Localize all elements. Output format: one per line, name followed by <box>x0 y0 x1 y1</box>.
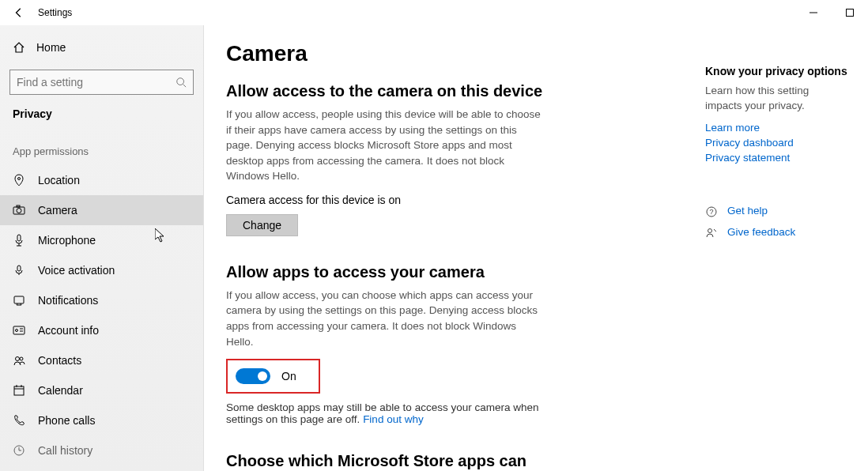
camera-access-toggle-highlight: On <box>226 359 320 394</box>
window-title: Settings <box>38 7 72 18</box>
sidebar-item-notifications[interactable]: Notifications <box>0 285 203 315</box>
get-help-link[interactable]: Get help <box>727 205 768 217</box>
titlebar: Settings <box>0 0 868 25</box>
right-column: Know your privacy options Learn how this… <box>705 65 847 241</box>
svg-point-6 <box>17 209 21 213</box>
home-icon <box>13 41 25 54</box>
search-icon <box>175 77 187 88</box>
history-icon <box>13 444 25 457</box>
sidebar-item-phone-calls[interactable]: Phone calls <box>0 405 203 435</box>
sidebar-item-label: Account info <box>38 324 99 337</box>
section1-desc: If you allow access, people using this d… <box>226 107 542 184</box>
sidebar-item-microphone[interactable]: Microphone <box>0 225 203 255</box>
sidebar-item-label: Contacts <box>38 354 81 367</box>
svg-point-4 <box>18 178 21 180</box>
help-icon: ? <box>705 205 718 218</box>
right-desc: Learn how this setting impacts your priv… <box>705 84 847 114</box>
give-feedback-link[interactable]: Give feedback <box>727 226 795 238</box>
svg-rect-8 <box>17 235 21 241</box>
svg-point-24 <box>708 229 712 233</box>
svg-rect-10 <box>14 296 24 303</box>
arrow-left-icon <box>13 7 25 18</box>
section2-desc: If you allow access, you can choose whic… <box>226 288 542 349</box>
camera-access-toggle[interactable] <box>236 368 270 384</box>
sidebar-item-label: Notifications <box>38 294 98 307</box>
privacy-statement-link[interactable]: Privacy statement <box>705 152 847 164</box>
svg-rect-9 <box>17 266 21 271</box>
sidebar-item-contacts[interactable]: Contacts <box>0 345 203 375</box>
feedback-icon <box>705 227 718 239</box>
back-button[interactable] <box>6 0 32 25</box>
sidebar-item-calendar[interactable]: Calendar <box>0 375 203 405</box>
calendar-icon <box>13 384 25 397</box>
svg-rect-7 <box>17 205 20 207</box>
change-button[interactable]: Change <box>226 214 298 236</box>
camera-icon <box>13 204 25 217</box>
svg-rect-17 <box>14 386 24 395</box>
section3-title: Choose which Microsoft Store apps can ac… <box>226 452 558 471</box>
privacy-dashboard-link[interactable]: Privacy dashboard <box>705 137 847 149</box>
page-title: Camera <box>226 41 846 66</box>
svg-line-3 <box>183 85 187 88</box>
feedback-row: Give feedback <box>705 226 847 241</box>
microphone-icon <box>13 234 25 247</box>
sidebar-item-label: Location <box>38 174 80 187</box>
sidebar-item-label: Voice activation <box>38 264 115 277</box>
group-label: App permissions <box>0 133 203 165</box>
voice-icon <box>13 264 25 277</box>
learn-more-link[interactable]: Learn more <box>705 122 847 134</box>
section2-note: Some desktop apps may still be able to a… <box>226 401 542 425</box>
sidebar-item-label: Calendar <box>38 384 83 397</box>
contacts-icon <box>13 354 25 367</box>
search-box[interactable] <box>9 70 194 95</box>
search-input[interactable] <box>17 76 175 89</box>
svg-text:?: ? <box>709 208 713 216</box>
toggle-label: On <box>281 370 296 382</box>
sidebar-item-voice-activation[interactable]: Voice activation <box>0 255 203 285</box>
svg-point-12 <box>16 330 18 332</box>
sidebar-item-label: Call history <box>38 444 92 457</box>
svg-point-16 <box>20 357 23 360</box>
section2-title: Allow apps to access your camera <box>226 263 558 281</box>
window-controls <box>795 0 868 25</box>
notifications-icon <box>13 294 25 307</box>
location-icon <box>13 174 25 187</box>
maximize-icon <box>846 9 854 17</box>
help-row: ? Get help <box>705 205 847 220</box>
home-label: Home <box>36 41 66 54</box>
svg-point-2 <box>177 78 184 85</box>
sidebar: Home Privacy App permissions Location Ca… <box>0 25 204 471</box>
sidebar-item-label: Microphone <box>38 234 96 247</box>
sidebar-item-label: Phone calls <box>38 414 95 427</box>
section1-title: Allow access to the camera on this devic… <box>226 82 558 100</box>
sidebar-item-camera[interactable]: Camera <box>0 195 203 225</box>
right-heading: Know your privacy options <box>705 65 847 77</box>
home-nav[interactable]: Home <box>0 35 203 60</box>
account-icon <box>13 324 25 337</box>
minimize-icon <box>810 9 817 17</box>
sidebar-item-label: Camera <box>38 204 77 217</box>
sidebar-item-location[interactable]: Location <box>0 165 203 195</box>
sidebar-item-call-history[interactable]: Call history <box>0 435 203 465</box>
category-header: Privacy <box>0 107 203 133</box>
sidebar-item-account-info[interactable]: Account info <box>0 315 203 345</box>
minimize-button[interactable] <box>795 0 832 25</box>
find-out-why-link[interactable]: Find out why <box>363 413 424 425</box>
svg-point-15 <box>16 357 20 361</box>
maximize-button[interactable] <box>832 0 868 25</box>
svg-rect-1 <box>847 9 854 17</box>
phone-icon <box>13 414 25 427</box>
